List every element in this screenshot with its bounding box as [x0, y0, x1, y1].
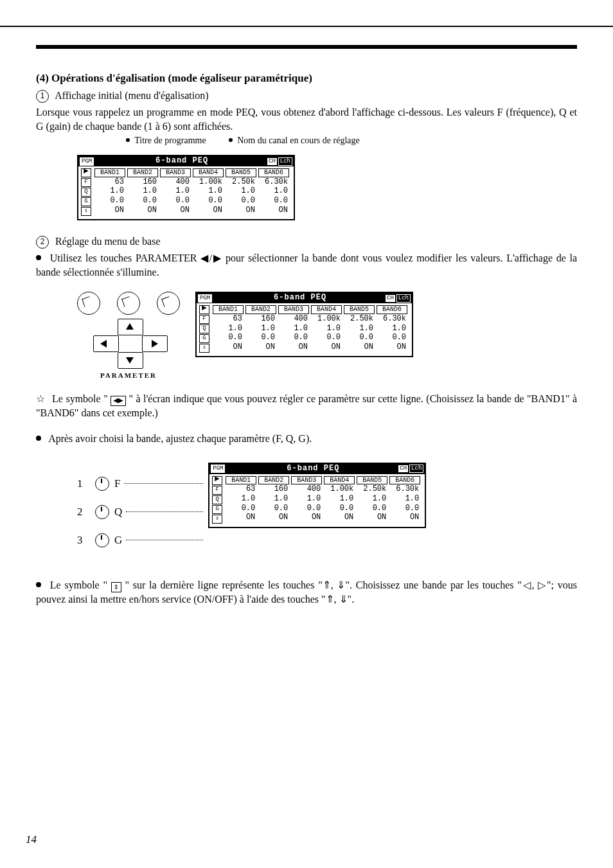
- g-value: 0.0: [160, 197, 191, 206]
- dotted-leader: [126, 540, 203, 540]
- on-value: ON: [278, 343, 309, 352]
- side-label: G: [199, 334, 209, 343]
- g-value: 0.0: [127, 197, 158, 206]
- band-header: BAND3: [160, 168, 191, 177]
- on-value: ON: [213, 343, 244, 352]
- side-label: F: [212, 486, 222, 495]
- f-value: 1.00k: [193, 178, 224, 187]
- band-header: BAND3: [278, 305, 309, 314]
- step1-title: Affichage initial (menu d'égalisation): [55, 90, 208, 101]
- side-arrow-icon: ⯈: [199, 305, 209, 314]
- side-updown-icon: ⇕: [212, 515, 222, 524]
- f-value: 160: [245, 315, 276, 324]
- lcd-side-labels: ⯈ F Q G ⇕: [212, 475, 222, 524]
- on-value: ON: [377, 343, 407, 352]
- side-label: Q: [199, 324, 209, 333]
- bullet-icon: [36, 255, 41, 260]
- q-value: 1.0: [324, 495, 355, 504]
- band-header: BAND2: [245, 305, 276, 314]
- star-icon: ☆: [36, 393, 46, 404]
- band-header: BAND5: [226, 168, 256, 177]
- on-value: ON: [226, 513, 256, 522]
- lcd-side-labels: ⯈ F Q G ⇕: [81, 168, 91, 217]
- on-value: ON: [258, 206, 289, 215]
- side-updown-icon: ⇕: [81, 207, 91, 216]
- figure-row-2: 1 F 2 Q 3 G PGM 6-b: [36, 448, 577, 562]
- q-value: 1.0: [127, 187, 158, 196]
- band-header: BAND6: [258, 168, 289, 177]
- ch-value: Lch: [409, 465, 423, 473]
- bullet-icon: [229, 138, 233, 142]
- lcd-table: BAND1 BAND2 BAND3 BAND4 BAND5 BAND6 63 1…: [211, 305, 409, 353]
- knob-icon: [95, 533, 109, 547]
- f-value: 6.30k: [389, 485, 420, 494]
- q-value: 1.0: [213, 324, 244, 333]
- lcd-header: PGM 6-band PEQ CH Lch: [209, 464, 425, 474]
- q-value: 1.0: [258, 495, 289, 504]
- side-updown-icon: ⇕: [199, 344, 209, 353]
- side-label: Q: [81, 188, 91, 197]
- f-value: 1.00k: [324, 485, 355, 494]
- g-value: 0.0: [324, 504, 355, 513]
- lcd-title: 6-band PEQ: [227, 465, 398, 474]
- bullet-icon: [36, 582, 41, 587]
- q-value: 1.0: [377, 324, 407, 333]
- figure-row-1: PARAMETER PGM 6-band PEQ CH Lch ⯈ F Q G: [36, 281, 577, 379]
- step2-title-row: 2 Réglage du menu de base: [36, 235, 577, 249]
- ch-value: Lch: [278, 157, 292, 166]
- knob-row-g: 3 G: [77, 533, 203, 547]
- ch-badge: CH: [267, 158, 277, 165]
- knob-index: 3: [77, 534, 90, 547]
- on-value: ON: [389, 513, 420, 522]
- band-header: BAND5: [357, 476, 387, 485]
- lcd-display-2: PGM 6-band PEQ CH Lch ⯈ F Q G ⇕: [195, 292, 413, 357]
- band-header: BAND6: [377, 305, 407, 314]
- step1-body: Lorsque vous rappelez un programme en mo…: [36, 105, 577, 133]
- on-value: ON: [357, 513, 387, 522]
- bullet-icon: [36, 436, 41, 441]
- q-value: 1.0: [291, 495, 322, 504]
- left-right-arrow-icon: ◀▶: [111, 396, 126, 406]
- star-note: ☆ Le symbole " ◀▶ " à l'écran indique qu…: [36, 392, 577, 420]
- band-header: BAND4: [193, 168, 224, 177]
- lcd-header: PGM 6-band PEQ CH Lch: [197, 293, 412, 303]
- step2-title: Réglage du menu de base: [55, 236, 161, 247]
- on-value: ON: [344, 343, 375, 352]
- knob-icon: [117, 292, 140, 315]
- pgm-badge: PGM: [211, 465, 225, 473]
- g-value: 0.0: [278, 333, 309, 342]
- f-value: 6.30k: [377, 315, 407, 324]
- g-value: 0.0: [258, 197, 289, 206]
- callout-program-title: Titre de programme: [134, 136, 206, 145]
- on-value: ON: [258, 513, 289, 522]
- g-value: 0.0: [213, 333, 244, 342]
- pgm-badge: PGM: [80, 157, 94, 166]
- f-value: 63: [213, 315, 244, 324]
- g-value: 0.0: [245, 333, 276, 342]
- f-value: 63: [226, 485, 256, 494]
- g-value: 0.0: [291, 504, 322, 513]
- left-button-icon: [93, 335, 119, 352]
- step2-body-text: Utilisez les touches PARAMETER ◀/▶ pour …: [36, 252, 577, 278]
- lcd-header: PGM 6-band PEQ CH Lch: [78, 156, 294, 166]
- g-value: 0.0: [193, 197, 224, 206]
- lcd-table: BAND1 BAND2 BAND3 BAND4 BAND5 BAND6 63 1…: [224, 475, 422, 524]
- side-label: F: [81, 178, 91, 187]
- g-value: 0.0: [357, 504, 387, 513]
- f-value: 2.50k: [344, 315, 375, 324]
- on-value: ON: [160, 206, 191, 215]
- updown-note-text-a: Le symbole ": [50, 580, 107, 590]
- step2-body: Utilisez les touches PARAMETER ◀/▶ pour …: [36, 251, 577, 279]
- f-value: 1.00k: [311, 315, 342, 324]
- dotted-leader: [124, 483, 203, 484]
- f-value: 160: [258, 485, 289, 494]
- on-value: ON: [324, 513, 355, 522]
- band-header: BAND6: [389, 476, 420, 485]
- band-header: BAND3: [291, 476, 322, 485]
- right-button-icon: [142, 335, 168, 352]
- after-band-text: Après avoir choisi la bande, ajustez cha…: [48, 433, 312, 444]
- f-value: 160: [127, 178, 158, 187]
- q-value: 1.0: [245, 324, 276, 333]
- band-header: BAND5: [344, 305, 375, 314]
- lcd-title: 6-band PEQ: [215, 294, 386, 303]
